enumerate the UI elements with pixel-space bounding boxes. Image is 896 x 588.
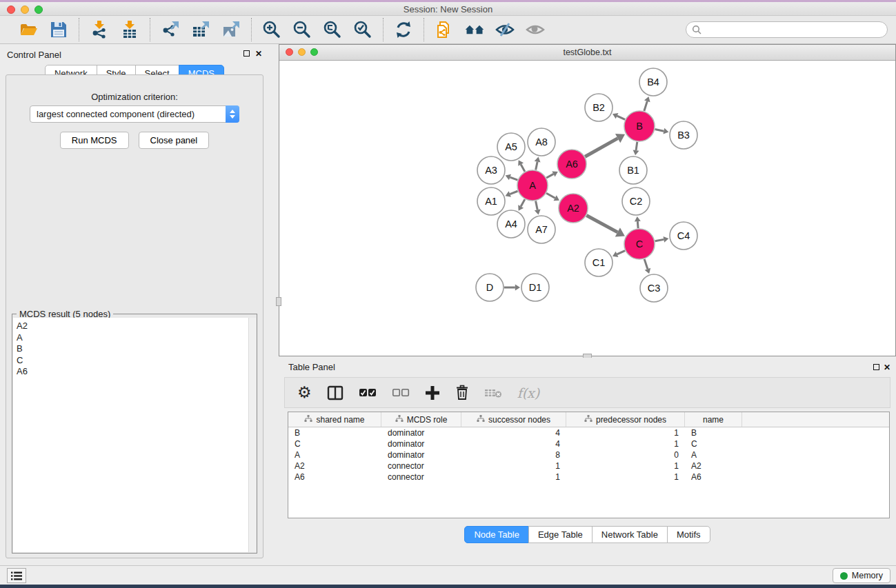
network-graph[interactable]: AA1A2A3A4A5A6A7A8BB1B2B3B4CC1C2C3C4DD1 bbox=[279, 61, 895, 356]
table-cell[interactable]: 0 bbox=[566, 450, 685, 460]
export-table-icon[interactable] bbox=[190, 19, 211, 40]
edge-A6-B[interactable] bbox=[585, 139, 617, 157]
import-network-icon[interactable] bbox=[89, 19, 110, 40]
function-builder-icon[interactable]: f(x) bbox=[517, 383, 540, 403]
duplicate-network-icon[interactable] bbox=[434, 19, 455, 40]
close-panel-icon[interactable]: ✕ bbox=[255, 50, 262, 58]
table-settings-gear-icon[interactable]: ⚙ bbox=[297, 383, 312, 403]
column-view-icon[interactable] bbox=[327, 383, 344, 403]
table-cell[interactable]: 8 bbox=[461, 450, 566, 460]
select-all-checkboxes-icon[interactable] bbox=[359, 383, 377, 403]
home-icons[interactable] bbox=[464, 19, 485, 40]
network-window-titlebar[interactable]: testGlobe.txt bbox=[279, 45, 895, 61]
mcds-result-item[interactable]: A bbox=[17, 332, 248, 344]
optimization-criterion-dropdown[interactable]: largest connected component (directed) bbox=[30, 105, 239, 123]
deselect-all-checkboxes-icon[interactable] bbox=[392, 383, 410, 403]
open-session-icon[interactable] bbox=[18, 19, 39, 40]
table-cell[interactable]: A bbox=[685, 450, 742, 460]
edge-A-A6[interactable] bbox=[546, 174, 553, 178]
close-panel-button[interactable]: Close panel bbox=[139, 132, 210, 149]
float-table-panel-icon[interactable] bbox=[873, 363, 879, 372]
delete-column-icon[interactable] bbox=[455, 383, 469, 403]
edge-A-A3[interactable] bbox=[510, 177, 517, 180]
zoom-fit-icon[interactable] bbox=[322, 19, 343, 40]
refresh-icon[interactable] bbox=[393, 19, 414, 40]
export-image-icon[interactable] bbox=[221, 19, 241, 40]
edge-A-A5[interactable] bbox=[521, 165, 525, 172]
result-scrollbar[interactable] bbox=[248, 318, 256, 552]
table-cell[interactable]: 1 bbox=[566, 439, 685, 449]
close-table-panel-icon[interactable]: ✕ bbox=[884, 363, 890, 372]
table-cell[interactable]: A2 bbox=[685, 461, 742, 471]
add-column-icon[interactable] bbox=[425, 383, 440, 403]
table-row[interactable]: Adominator80A bbox=[288, 449, 889, 460]
table-cell[interactable]: C bbox=[685, 439, 742, 449]
edge-B-B4[interactable] bbox=[644, 101, 647, 111]
column-header-shared-name[interactable]: shared name bbox=[288, 412, 381, 427]
table-cell[interactable]: 1 bbox=[566, 472, 685, 482]
save-session-icon[interactable] bbox=[48, 19, 69, 40]
network-canvas[interactable]: AA1A2A3A4A5A6A7A8BB1B2B3B4CC1C2C3C4DD1 bbox=[279, 61, 895, 356]
import-table-icon[interactable] bbox=[119, 19, 140, 40]
edge-C-C3[interactable] bbox=[644, 259, 648, 269]
column-header-name[interactable]: name bbox=[685, 412, 742, 427]
table-cell[interactable]: dominator bbox=[381, 450, 461, 460]
show-eye-icon[interactable] bbox=[525, 19, 546, 40]
edge-A-A2[interactable] bbox=[546, 193, 555, 198]
zoom-selected-icon[interactable] bbox=[352, 19, 373, 40]
mcds-result-list[interactable]: A2ABCA6 bbox=[13, 318, 248, 552]
edge-A-A7[interactable] bbox=[536, 201, 538, 210]
search-input[interactable] bbox=[686, 21, 888, 38]
table-row[interactable]: Cdominator41C bbox=[288, 438, 889, 449]
tab-edge-table[interactable]: Edge Table bbox=[528, 526, 593, 543]
table-cell[interactable]: connector bbox=[381, 472, 461, 482]
mcds-result-item[interactable]: A6 bbox=[17, 366, 248, 378]
edge-B-B2[interactable] bbox=[617, 116, 626, 119]
table-row[interactable]: A2connector11A2 bbox=[288, 460, 889, 472]
delete-table-icon[interactable] bbox=[484, 383, 502, 403]
task-history-button[interactable] bbox=[7, 568, 26, 583]
tab-node-table[interactable]: Node Table bbox=[464, 526, 529, 543]
table-row[interactable]: Bdominator41B bbox=[288, 427, 889, 438]
edge-A-A8[interactable] bbox=[536, 162, 537, 170]
table-cell[interactable]: A6 bbox=[685, 472, 742, 482]
table-cell[interactable]: connector bbox=[381, 461, 461, 471]
left-splitter-handle[interactable] bbox=[276, 297, 281, 306]
edge-C-C4[interactable] bbox=[655, 239, 664, 241]
edge-A-A1[interactable] bbox=[510, 191, 517, 194]
table-cell[interactable]: 1 bbox=[461, 472, 566, 482]
memory-button[interactable]: Memory bbox=[833, 568, 890, 583]
tab-motifs[interactable]: Motifs bbox=[667, 526, 710, 543]
table-cell[interactable]: A2 bbox=[288, 461, 381, 471]
mcds-result-item[interactable]: A2 bbox=[17, 321, 248, 332]
edge-B-B3[interactable] bbox=[655, 130, 664, 132]
table-cell[interactable]: dominator bbox=[381, 428, 461, 438]
table-cell[interactable]: C bbox=[288, 439, 381, 449]
table-cell[interactable]: 1 bbox=[566, 461, 685, 471]
edge-C-C1[interactable] bbox=[617, 251, 626, 254]
table-cell[interactable]: B bbox=[288, 428, 381, 438]
zoom-in-icon[interactable] bbox=[261, 19, 282, 40]
table-cell[interactable]: B bbox=[685, 428, 742, 438]
mcds-result-item[interactable]: B bbox=[17, 343, 248, 355]
zoom-out-icon[interactable] bbox=[292, 19, 312, 40]
export-network-icon[interactable] bbox=[160, 19, 181, 40]
table-cell[interactable]: 1 bbox=[566, 428, 685, 438]
hide-panel-eye-icon[interactable] bbox=[495, 19, 515, 40]
edge-A2-C[interactable] bbox=[586, 215, 617, 232]
column-header-MCDS-role[interactable]: MCDS role bbox=[381, 412, 461, 427]
table-cell[interactable]: 4 bbox=[461, 428, 566, 438]
table-cell[interactable]: A6 bbox=[288, 472, 381, 482]
float-panel-icon[interactable] bbox=[243, 50, 250, 58]
table-cell[interactable]: dominator bbox=[381, 439, 461, 449]
mcds-result-item[interactable]: C bbox=[17, 355, 248, 367]
edge-B-B1[interactable] bbox=[636, 142, 637, 150]
table-cell[interactable]: A bbox=[288, 450, 381, 460]
column-header-predecessor-nodes[interactable]: predecessor nodes bbox=[566, 412, 685, 427]
table-row[interactable]: A6connector11A6 bbox=[288, 472, 889, 483]
edge-C-C2[interactable] bbox=[637, 221, 638, 228]
tab-network-table[interactable]: Network Table bbox=[592, 526, 668, 543]
column-header-successor-nodes[interactable]: successor nodes bbox=[461, 412, 566, 427]
edge-A-A4[interactable] bbox=[521, 199, 525, 206]
table-cell[interactable]: 1 bbox=[461, 461, 566, 471]
